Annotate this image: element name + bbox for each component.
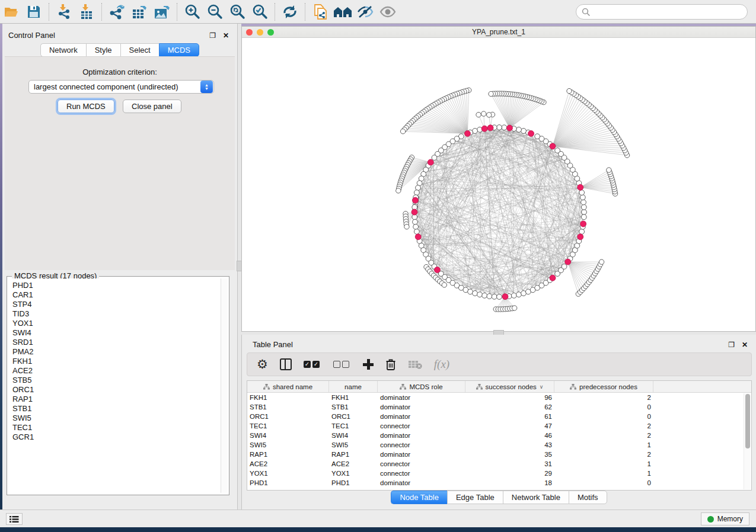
mcds-result-item[interactable]: GCR1: [12, 432, 220, 442]
column-header-name[interactable]: name: [329, 381, 378, 392]
mcds-result-item[interactable]: STP4: [12, 300, 220, 309]
column-header-predecessor-nodes[interactable]: predecessor nodes: [554, 381, 653, 392]
memory-button[interactable]: Memory: [701, 512, 749, 525]
table-settings-button[interactable]: ⚙: [257, 358, 268, 370]
table-row[interactable]: STB1STB1dominator620: [247, 402, 751, 412]
table-cell: 61: [465, 413, 554, 420]
zoom-out-button[interactable]: [203, 2, 226, 21]
table-cell: ACE2: [247, 460, 329, 467]
tab-motifs[interactable]: Motifs: [569, 491, 607, 504]
mcds-result-list[interactable]: PHD1CAR1STP4TID3YOX1SWI4SRD1PMA2FKH1ACE2…: [9, 278, 220, 493]
zoom-fit-button[interactable]: [226, 2, 248, 21]
mcds-list-scrollbar[interactable]: [221, 278, 227, 493]
mcds-result-item[interactable]: TID3: [12, 309, 220, 319]
mcds-result-item[interactable]: SRD1: [12, 338, 220, 347]
toolbar-separator: [305, 3, 305, 21]
table-cell: TEC1: [247, 422, 329, 430]
network-window: YPA_prune.txt_1: [241, 26, 756, 332]
mcds-result-item[interactable]: SWI4: [12, 328, 220, 338]
table-cell: SWI4: [247, 432, 329, 439]
table-scrollbar[interactable]: [744, 393, 751, 489]
close-icon: ✕: [223, 31, 229, 40]
table-row[interactable]: TEC1TEC1connector472: [247, 421, 751, 431]
mcds-result-item[interactable]: SWI5: [12, 414, 220, 423]
show-hidden-button[interactable]: [377, 2, 399, 21]
table-panel-title: Table Panel: [253, 340, 293, 349]
table-cell: 2: [554, 432, 653, 439]
table-row[interactable]: FKH1FKH1dominator962: [247, 393, 751, 402]
deselect-all-columns-button[interactable]: [333, 361, 351, 368]
table-row[interactable]: SWI4SWI4dominator462: [247, 431, 751, 440]
search-input[interactable]: [591, 8, 747, 16]
apply-function-button[interactable]: f(x): [434, 358, 449, 371]
optimization-selected-value: largest connected component (undirected): [29, 82, 200, 91]
network-titlebar[interactable]: YPA_prune.txt_1: [242, 27, 755, 38]
first-neighbors-button[interactable]: [331, 2, 354, 21]
table-panel-close-button[interactable]: ✕: [742, 339, 748, 350]
table-row[interactable]: ORC1ORC1dominator610: [247, 412, 751, 421]
run-mcds-button[interactable]: Run MCDS: [58, 100, 114, 113]
import-network-button[interactable]: [53, 2, 75, 21]
optimization-select[interactable]: largest connected component (undirected)…: [28, 80, 214, 94]
mcds-result-item[interactable]: PMA2: [12, 347, 220, 357]
zoom-in-button[interactable]: [181, 2, 203, 21]
mcds-result-item[interactable]: RAP1: [12, 395, 220, 404]
export-network-button[interactable]: [106, 2, 128, 21]
tab-network-table[interactable]: Network Table: [503, 491, 569, 504]
mcds-result-group: MCDS result (17 nodes) PHD1CAR1STP4TID3Y…: [7, 276, 229, 495]
delete-column-button[interactable]: [385, 358, 396, 370]
close-panel-button[interactable]: Close panel: [123, 100, 181, 113]
tab-node-table[interactable]: Node Table: [391, 491, 447, 504]
mcds-result-item[interactable]: ACE2: [12, 366, 220, 376]
column-header-MCDS-role[interactable]: MCDS role: [378, 381, 465, 392]
duplicate-network-button[interactable]: [309, 2, 331, 21]
add-column-button[interactable]: [363, 359, 374, 370]
mcds-result-item[interactable]: YOX1: [12, 319, 220, 328]
control-panel-float-button[interactable]: ❐: [209, 30, 216, 40]
checked-box-icon: ✓: [312, 361, 320, 368]
mcds-result-item[interactable]: ORC1: [12, 385, 220, 395]
table-cell: 18: [465, 479, 554, 486]
table-row[interactable]: YOX1YOX1connector291: [247, 469, 751, 478]
show-column-panel-button[interactable]: [280, 358, 292, 370]
table-cell: connector: [378, 470, 465, 477]
trash-icon: [385, 358, 396, 370]
import-table-button[interactable]: [75, 2, 98, 21]
tab-mcds[interactable]: MCDS: [159, 43, 199, 57]
table-cell: 2: [554, 394, 653, 401]
table-row[interactable]: SWI5SWI5connector431: [247, 440, 751, 450]
table-cell: connector: [378, 460, 465, 467]
save-session-button[interactable]: [23, 2, 45, 21]
mcds-result-item[interactable]: PHD1: [12, 281, 220, 290]
table-scrollbar-thumb[interactable]: [745, 394, 750, 448]
tab-edge-table[interactable]: Edge Table: [447, 491, 503, 504]
table-panel-float-button[interactable]: ❐: [728, 339, 735, 350]
select-all-columns-button[interactable]: ✓✓: [304, 361, 321, 368]
table-cell: 96: [465, 394, 554, 401]
table-row[interactable]: ACE2ACE2connector311: [247, 459, 751, 469]
search-box[interactable]: [576, 4, 748, 20]
mcds-result-item[interactable]: TEC1: [12, 423, 220, 432]
tab-style[interactable]: Style: [86, 43, 120, 57]
export-table-button[interactable]: [128, 2, 151, 21]
control-panel-close-button[interactable]: ✕: [223, 30, 229, 40]
open-file-button[interactable]: [0, 2, 23, 21]
task-history-button[interactable]: [6, 513, 23, 525]
table-cell: RAP1: [329, 451, 378, 458]
tab-select[interactable]: Select: [120, 43, 159, 57]
export-image-button[interactable]: [151, 2, 173, 21]
column-header-shared-name[interactable]: shared name: [247, 381, 329, 392]
tab-network[interactable]: Network: [40, 43, 86, 57]
table-row[interactable]: RAP1RAP1dominator352: [247, 450, 751, 459]
network-canvas[interactable]: [242, 38, 755, 331]
mcds-result-item[interactable]: FKH1: [12, 357, 220, 366]
hide-selected-button[interactable]: [354, 2, 377, 21]
apply-layout-button[interactable]: [279, 2, 301, 21]
delete-table-button[interactable]: [408, 360, 422, 369]
mcds-result-item[interactable]: STB5: [12, 376, 220, 385]
column-header-successor-nodes[interactable]: successor nodes∨: [465, 381, 554, 392]
zoom-selected-button[interactable]: [248, 2, 271, 21]
table-row[interactable]: PHD1PHD1dominator180: [247, 478, 751, 488]
mcds-result-item[interactable]: STB1: [12, 404, 220, 414]
mcds-result-item[interactable]: CAR1: [12, 290, 220, 300]
